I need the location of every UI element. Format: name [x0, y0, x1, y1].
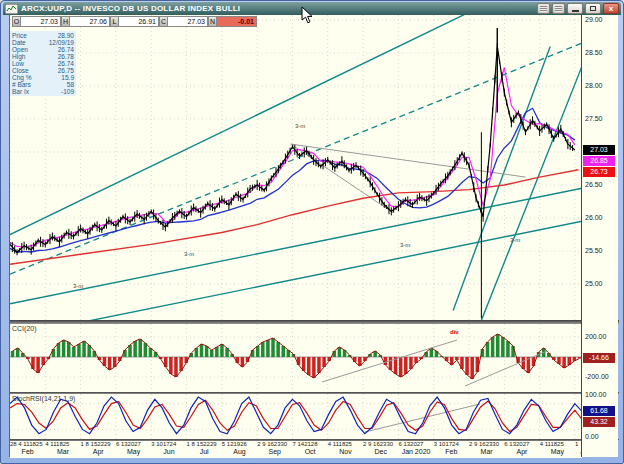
date-axis-month: 2 9 162330Dec [363, 441, 398, 458]
row-label: Chg % [12, 74, 32, 81]
price-pane[interactable]: 3-m3-m3-m3-m3-m [10, 15, 582, 320]
divergence-annotation: div [450, 329, 459, 335]
date-axis-month: 1 8 152229Jul [187, 441, 222, 458]
grid-icon [540, 6, 547, 12]
row-value: 26.75 [58, 67, 74, 74]
quote-bar: O 27.03 H 27.06 L 26.91 C 27.03 N -0.01 [12, 16, 257, 27]
cursor-row: # Bars58 [12, 81, 74, 88]
date-axis-month: 6 132027May [116, 441, 151, 458]
date-axis-month: 4 111825May [540, 441, 575, 458]
cursor-row: Price28.90 [12, 32, 74, 39]
cursor-row: High26.78 [12, 53, 74, 60]
window-icon [5, 4, 18, 14]
price-tick-label: 26.50 [585, 181, 603, 188]
chart-window: ARCX:UUP,D -- INVESCO DB US DOLLAR INDEX… [0, 0, 624, 464]
row-label: Date [12, 39, 26, 46]
price-tick-label: 29.00 [585, 16, 603, 23]
cursor-data-panel: Price28.90 Date12/09/19 Open26.74 High26… [10, 31, 76, 96]
open-value: 27.03 [21, 16, 61, 27]
cursor-row: Bar Ix-109 [12, 88, 74, 95]
price-tick-label: 28.00 [585, 82, 603, 89]
cci-last-box: -14.66 [583, 353, 615, 363]
cci-label: CCI(20) [12, 325, 37, 332]
net-change-value: -0.01 [217, 16, 257, 27]
mouse-cursor [301, 6, 315, 25]
date-axis-month: 7 142128Oct [292, 441, 327, 458]
channel-annotation: 3-m [184, 251, 194, 257]
open-label: O [12, 16, 21, 27]
window-controls: x [537, 3, 619, 14]
close-icon: x [609, 5, 613, 13]
row-value: 58 [67, 81, 74, 88]
stoch-d-box: 43.32 [583, 417, 615, 427]
row-value: 28.90 [58, 32, 74, 39]
low-label: L [110, 16, 119, 27]
date-axis-month: 6 132027Apr [504, 441, 539, 458]
restore-button[interactable] [585, 3, 601, 14]
stoch-tick-label: 0.00 [585, 433, 599, 440]
window-title: ARCX:UUP,D -- INVESCO DB US DOLLAR INDEX… [21, 4, 537, 13]
stoch-label: StochRSI(14,21,1,9) [12, 395, 75, 402]
close-label: C [159, 16, 168, 27]
chart-client: O 27.03 H 27.06 L 26.91 C 27.03 N -0.01 … [9, 15, 618, 457]
date-axis-month: 4 111825Nov [328, 441, 363, 458]
row-value: 26.74 [58, 60, 74, 67]
low-value: 26.91 [119, 16, 159, 27]
row-label: Open [12, 46, 28, 53]
date-axis-month: 3 101724Feb [434, 441, 469, 458]
cursor-row: Date12/09/19 [12, 39, 74, 46]
stoch-k-box: 61.68 [583, 406, 615, 416]
date-axis-month: 3 101724Jun [151, 441, 186, 458]
row-value: 26.78 [58, 53, 74, 60]
cursor-row: Open26.74 [12, 46, 74, 53]
high-label: H [61, 16, 70, 27]
price-tick-label: 27.50 [585, 115, 603, 122]
date-axis-month: 2 9 162330Mar [469, 441, 504, 458]
date-axis-month: 1 8 152229Apr [81, 441, 116, 458]
price-tick-label: 28.50 [585, 49, 603, 56]
date-axis-month: 4 111825Mar [45, 441, 80, 458]
cci-tick-label: 200.00 [585, 333, 606, 340]
price-last-box: 27.03 [583, 145, 615, 155]
grid-icon [555, 6, 562, 12]
row-label: High [12, 53, 25, 60]
channel-annotation: 3-m [73, 283, 83, 289]
row-label: Price [12, 32, 27, 39]
price-tick-label: 26.00 [585, 214, 603, 221]
cci-pane[interactable]: CCI(20) div [10, 324, 582, 392]
row-value: 15.9 [61, 74, 74, 81]
date-axis-month: 6 132027Jan 2020 [398, 441, 433, 458]
minimize-icon [572, 10, 579, 12]
cursor-row: Chg %15.9 [12, 74, 74, 81]
row-value: 12/09/19 [49, 39, 74, 46]
cursor-row: Low26.74 [12, 60, 74, 67]
channel-annotation: 3-m [510, 237, 520, 243]
row-label: Close [12, 67, 29, 74]
date-axis-month: 5 121926Aug [222, 441, 257, 458]
price-axis[interactable]: 29.0028.5028.0027.5026.5026.0025.5025.00… [581, 15, 618, 457]
date-axis-month: 28 4 111825Feb [10, 441, 45, 458]
row-label: # Bars [12, 81, 31, 88]
row-value: -109 [61, 88, 74, 95]
close-button[interactable]: x [603, 3, 619, 14]
date-axis[interactable]: 28 4 111825Feb4 111825Mar1 8 152229Apr6 … [10, 440, 582, 458]
toolbar-button-1[interactable] [537, 3, 550, 14]
price-ema-box: 26.85 [583, 156, 615, 166]
channel-annotation: 3-m [400, 242, 410, 248]
row-label: Low [12, 60, 24, 67]
cursor-row: Close26.75 [12, 67, 74, 74]
stoch-pane[interactable]: StochRSI(14,21,1,9) [10, 394, 582, 439]
price-tick-label: 25.00 [585, 280, 603, 287]
close-value: 27.03 [168, 16, 208, 27]
date-axis-month: 2 9 162330Sep [257, 441, 292, 458]
minimize-button[interactable] [567, 3, 583, 14]
price-tick-label: 25.50 [585, 247, 603, 254]
net-label: N [208, 16, 217, 27]
price-ma-box: 26.73 [583, 167, 615, 177]
toolbar-button-2[interactable] [552, 3, 565, 14]
restore-icon [590, 6, 596, 11]
high-value: 27.06 [70, 16, 110, 27]
row-label: Bar Ix [12, 88, 29, 95]
stoch-tick-label: 100.00 [585, 391, 606, 398]
cci-tick-label: -200.00 [585, 373, 609, 380]
